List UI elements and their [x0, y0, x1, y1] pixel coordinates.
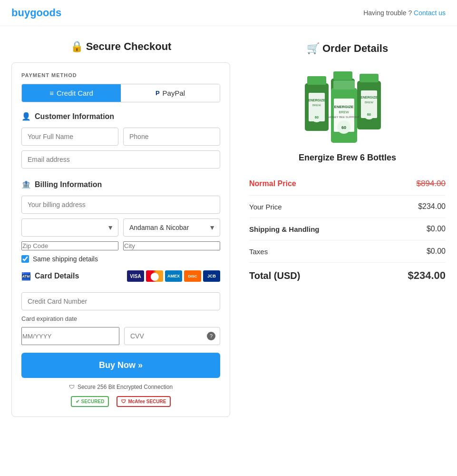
svg-text:ENERGIZE: ENERGIZE [308, 99, 325, 102]
svg-text:60: 60 [315, 116, 319, 119]
billing-address-input[interactable] [21, 196, 220, 214]
checkout-card: PAYMENT METHOD ≡ Credit Card P PayPal 👤 … [11, 62, 230, 417]
trouble-text: Having trouble ? [363, 9, 412, 17]
secured-badge: ✔ SECURED [71, 396, 109, 407]
mcafee-icon: 🛡 [121, 399, 126, 404]
svg-text:BREW: BREW [365, 101, 373, 104]
svg-text:BREW: BREW [312, 104, 321, 107]
payment-method-label: PAYMENT METHOD [21, 72, 220, 78]
contact-link[interactable]: Contact us [414, 9, 446, 17]
state-select[interactable]: Andaman & Nicobar Andhra Pradesh [123, 218, 220, 237]
card-number-input[interactable] [21, 292, 220, 310]
expiry-input[interactable] [21, 327, 119, 345]
svg-text:ENERGIZE: ENERGIZE [334, 105, 354, 109]
svg-text:BREW: BREW [339, 110, 349, 114]
payment-tabs: ≡ Credit Card P PayPal [21, 84, 220, 102]
svg-rect-22 [333, 80, 355, 89]
order-line-total: Total (USD) $234.00 [249, 263, 446, 288]
svg-rect-1 [307, 76, 326, 85]
total-label: Total (USD) [249, 270, 300, 281]
site-header: buygoods Having trouble ? Contact us [0, 0, 457, 26]
svg-rect-8 [333, 71, 352, 80]
zip-city-row [21, 241, 220, 250]
svg-text:HONEY BEE SUPPORT: HONEY BEE SUPPORT [328, 116, 360, 119]
credit-card-label: Credit Card [57, 89, 93, 97]
taxes-label: Taxes [249, 248, 268, 256]
trust-badges: ✔ SECURED 🛡 McAfee SECURE [21, 396, 220, 407]
cart-icon: 🛒 [307, 42, 320, 54]
same-shipping-checkbox[interactable] [21, 255, 29, 263]
billing-icon: 🏦 [21, 180, 31, 189]
order-title: 🛒 Order Details [249, 42, 446, 55]
jcb-icon: JCB [203, 270, 220, 282]
email-input[interactable] [21, 150, 220, 169]
cvv-wrapper: ? [124, 327, 220, 345]
card-icon: 🏧 [21, 272, 31, 281]
tab-paypal[interactable]: P PayPal [121, 84, 220, 102]
discover-icon: DISC [184, 270, 201, 282]
order-lines: Normal Price $894.00 Your Price $234.00 … [249, 172, 446, 288]
logo-goods: goods [30, 7, 61, 19]
svg-text:60: 60 [341, 125, 346, 130]
tab-credit-card[interactable]: ≡ Credit Card [22, 84, 121, 102]
product-name: Energize Brew 6 Bottles [249, 153, 446, 163]
visa-icon: VISA [127, 270, 144, 282]
mcafee-badge: 🛡 McAfee SECURE [117, 396, 171, 407]
customer-info-title: 👤 Customer Information [21, 112, 220, 121]
phone-input[interactable] [123, 128, 220, 146]
card-brand-icons: VISA ⬤ AMEX DISC JCB [127, 270, 220, 282]
secure-note: 🛡 Secure 256 Bit Encrypted Connection [21, 384, 220, 390]
card-details-header: 🏧 Card Details VISA ⬤ AMEX DISC JCB [21, 270, 220, 282]
credit-card-icon: ≡ [49, 89, 54, 97]
zip-input[interactable] [21, 241, 118, 250]
expiry-cvv-row: ? [21, 327, 220, 345]
card-details-title: 🏧 Card Details [21, 272, 79, 281]
buy-now-button[interactable]: Buy Now » [21, 353, 220, 378]
total-value: $234.00 [408, 269, 446, 282]
order-line-taxes: Taxes $0.00 [249, 240, 446, 263]
checkout-title: 🔒 Secure Checkout [11, 40, 230, 53]
normal-price-label: Normal Price [249, 179, 296, 188]
site-logo[interactable]: buygoods [11, 7, 61, 19]
main-content: 🔒 Secure Checkout PAYMENT METHOD ≡ Credi… [0, 26, 457, 431]
expiry-label: Card expiration date [21, 315, 220, 322]
country-select[interactable]: India United States [21, 218, 118, 237]
taxes-value: $0.00 [427, 247, 446, 256]
billing-info-title: 🏦 Billing Information [21, 180, 220, 189]
your-price-label: Your Price [249, 203, 282, 211]
country-state-row: India United States ▼ Andaman & Nicobar … [21, 218, 220, 237]
secured-icon: ✔ [76, 399, 79, 404]
person-icon: 👤 [21, 112, 31, 121]
order-line-shipping: Shipping & Handling $0.00 [249, 218, 446, 240]
state-select-wrapper: Andaman & Nicobar Andhra Pradesh ▼ [123, 218, 220, 237]
order-panel: 🛒 Order Details ENERGIZE BREW 60 [249, 40, 446, 417]
product-bottles-svg: ENERGIZE BREW 60 ENERGIZE BREW 60 [291, 64, 405, 145]
logo-buy: buy [11, 7, 30, 19]
cvv-input[interactable] [124, 327, 220, 345]
full-name-input[interactable] [21, 128, 118, 146]
city-input[interactable] [123, 241, 220, 250]
card-details-section: 🏧 Card Details VISA ⬤ AMEX DISC JCB Card… [21, 270, 220, 345]
name-phone-row [21, 128, 220, 146]
same-shipping-label: Same shipping details [33, 255, 98, 263]
svg-text:ENERGIZE: ENERGIZE [360, 96, 378, 99]
product-image: ENERGIZE BREW 60 ENERGIZE BREW 60 [249, 64, 446, 145]
cvv-help-icon[interactable]: ? [207, 332, 215, 340]
header-help: Having trouble ? Contact us [363, 9, 446, 17]
shipping-label: Shipping & Handling [249, 225, 319, 233]
mastercard-icon: ⬤ [146, 270, 163, 282]
paypal-label: PayPal [163, 89, 185, 97]
same-shipping-row: Same shipping details [21, 255, 220, 263]
normal-price-value: $894.00 [417, 179, 446, 188]
checkout-panel: 🔒 Secure Checkout PAYMENT METHOD ≡ Credi… [11, 40, 230, 417]
order-line-your-price: Your Price $234.00 [249, 196, 446, 218]
shield-icon: 🛡 [69, 384, 75, 390]
country-select-wrapper: India United States ▼ [21, 218, 118, 237]
paypal-icon: P [156, 89, 160, 97]
lock-icon: 🔒 [70, 40, 83, 52]
shipping-value: $0.00 [427, 225, 446, 233]
amex-icon: AMEX [165, 270, 182, 282]
your-price-value: $234.00 [418, 202, 446, 211]
svg-text:60: 60 [367, 113, 371, 116]
order-line-normal: Normal Price $894.00 [249, 172, 446, 196]
